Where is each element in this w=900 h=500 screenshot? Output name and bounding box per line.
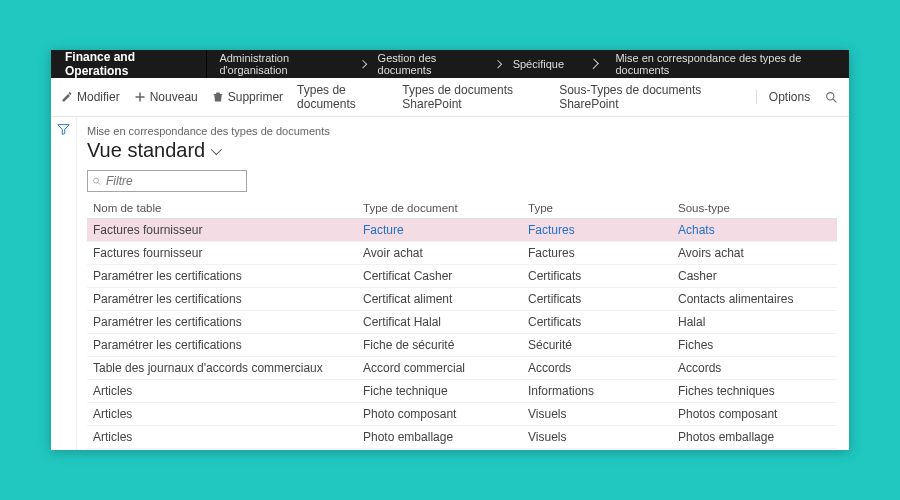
cell[interactable]: Certificats [522, 311, 672, 334]
cell[interactable]: Accusés de réceptions de produits fourni… [87, 449, 357, 451]
new-label: Nouveau [150, 90, 198, 104]
cell[interactable]: Factures fournisseur [87, 219, 357, 242]
cell[interactable]: Factures [522, 219, 672, 242]
col-header[interactable]: Nom de table [87, 198, 357, 219]
cell[interactable]: Paramétrer les certifications [87, 265, 357, 288]
search-button[interactable] [824, 88, 839, 106]
subtypes-sp-button[interactable]: Sous-Types de documents SharePoint [559, 83, 728, 111]
chevron-right-icon [588, 59, 599, 70]
filter-input[interactable] [106, 174, 242, 188]
options-button[interactable]: Options [756, 90, 810, 104]
cell[interactable]: Table des journaux d'accords commerciaux [87, 357, 357, 380]
cell[interactable]: Articles [87, 403, 357, 426]
table-row[interactable]: Paramétrer les certificationsCertificat … [87, 311, 837, 334]
content-area: Mise en correspondance des types de docu… [51, 117, 849, 450]
breadcrumb-item[interactable]: Gestion des documents [378, 52, 484, 76]
cell[interactable]: Factures fournisseur [87, 242, 357, 265]
cell[interactable]: Factures [522, 242, 672, 265]
cell[interactable]: Accord commercial [357, 357, 522, 380]
cell[interactable]: Fiche technique [357, 380, 522, 403]
cell[interactable]: Paramétrer les certifications [87, 311, 357, 334]
col-header[interactable]: Type de document [357, 198, 522, 219]
cell[interactable]: Casher [672, 265, 837, 288]
delete-button[interactable]: Supprimer [212, 90, 283, 104]
edit-label: Modifier [77, 90, 120, 104]
edit-button[interactable]: Modifier [61, 90, 120, 104]
col-header[interactable]: Sous-type [672, 198, 837, 219]
data-grid[interactable]: Nom de table Type de document Type Sous-… [87, 198, 837, 450]
table-row[interactable]: ArticlesPhoto composantVisuelsPhotos com… [87, 403, 837, 426]
cell[interactable]: Halal [672, 311, 837, 334]
svg-point-0 [827, 92, 834, 99]
cell[interactable]: Bons de livraison [672, 449, 837, 451]
search-icon [92, 176, 102, 187]
cell[interactable]: Certificat Halal [357, 311, 522, 334]
cell[interactable]: Accords [672, 357, 837, 380]
svg-point-2 [94, 178, 99, 183]
table-row[interactable]: ArticlesFiche techniqueInformationsFiche… [87, 380, 837, 403]
cell[interactable]: Photo emballage [357, 426, 522, 449]
funnel-icon[interactable] [57, 123, 70, 450]
cell[interactable]: Articles [87, 380, 357, 403]
new-button[interactable]: Nouveau [134, 90, 198, 104]
table-row[interactable]: Paramétrer les certificationsFiche de sé… [87, 334, 837, 357]
cell[interactable]: Informations [522, 380, 672, 403]
cell[interactable]: Photos emballage [672, 426, 837, 449]
plus-icon [134, 91, 146, 103]
cell[interactable]: Visuels [522, 426, 672, 449]
cell[interactable]: Facture [357, 219, 522, 242]
breadcrumb-item[interactable]: Administration d'organisation [219, 52, 348, 76]
top-nav-bar: Finance and Operations Administration d'… [51, 50, 849, 78]
doctypes-sp-button[interactable]: Types de documents SharePoint [402, 83, 545, 111]
cell[interactable]: Photos composant [672, 403, 837, 426]
breadcrumb-current: Mise en correspondance des types de docu… [615, 52, 837, 76]
cell[interactable]: Fiches techniques [672, 380, 837, 403]
doctypes-button[interactable]: Types de documents [297, 83, 388, 111]
main-panel: Mise en correspondance des types de docu… [77, 117, 849, 450]
grid-body: Factures fournisseurFactureFacturesAchat… [87, 219, 837, 451]
cell[interactable]: Fiche de sécurité [357, 334, 522, 357]
cell[interactable]: Certificat Casher [357, 265, 522, 288]
breadcrumb: Administration d'organisation Gestion de… [207, 52, 849, 76]
app-window: Finance and Operations Administration d'… [51, 50, 849, 450]
cell[interactable]: Photo composant [357, 403, 522, 426]
col-header[interactable]: Type [522, 198, 672, 219]
svg-line-3 [98, 182, 100, 184]
view-switcher[interactable]: Vue standard [87, 139, 837, 162]
cell[interactable]: Fiches [672, 334, 837, 357]
table-row[interactable]: ArticlesPhoto emballageVisuelsPhotos emb… [87, 426, 837, 449]
chevron-right-icon [494, 60, 502, 68]
cell[interactable]: Certificats [522, 288, 672, 311]
action-toolbar: Modifier Nouveau Supprimer Types de docu… [51, 78, 849, 117]
cell[interactable]: Achats [672, 219, 837, 242]
filter-input-wrapper[interactable] [87, 170, 247, 192]
cell[interactable]: Paramétrer les certifications [87, 288, 357, 311]
view-title-text: Vue standard [87, 139, 205, 162]
cell[interactable]: Documents de bord [522, 449, 672, 451]
cell[interactable]: Avoir achat [357, 242, 522, 265]
cell[interactable]: Avoirs achat [672, 242, 837, 265]
grid-header: Nom de table Type de document Type Sous-… [87, 198, 837, 219]
brand-label: Finance and Operations [51, 50, 207, 78]
cell[interactable]: Bon de livraison [357, 449, 522, 451]
svg-line-1 [833, 99, 836, 102]
chevron-down-icon [211, 143, 222, 154]
cell[interactable]: Accords [522, 357, 672, 380]
delete-label: Supprimer [228, 90, 283, 104]
table-row[interactable]: Table des journaux d'accords commerciaux… [87, 357, 837, 380]
cell[interactable]: Sécurité [522, 334, 672, 357]
trash-icon [212, 91, 224, 103]
table-row[interactable]: Factures fournisseurAvoir achatFacturesA… [87, 242, 837, 265]
cell[interactable]: Contacts alimentaires [672, 288, 837, 311]
pencil-icon [61, 91, 73, 103]
table-row[interactable]: Accusés de réceptions de produits fourni… [87, 449, 837, 451]
cell[interactable]: Paramétrer les certifications [87, 334, 357, 357]
breadcrumb-item[interactable]: Spécifique [513, 58, 564, 70]
cell[interactable]: Articles [87, 426, 357, 449]
cell[interactable]: Certificat aliment [357, 288, 522, 311]
table-row[interactable]: Paramétrer les certificationsCertificat … [87, 265, 837, 288]
table-row[interactable]: Paramétrer les certificationsCertificat … [87, 288, 837, 311]
table-row[interactable]: Factures fournisseurFactureFacturesAchat… [87, 219, 837, 242]
cell[interactable]: Visuels [522, 403, 672, 426]
cell[interactable]: Certificats [522, 265, 672, 288]
